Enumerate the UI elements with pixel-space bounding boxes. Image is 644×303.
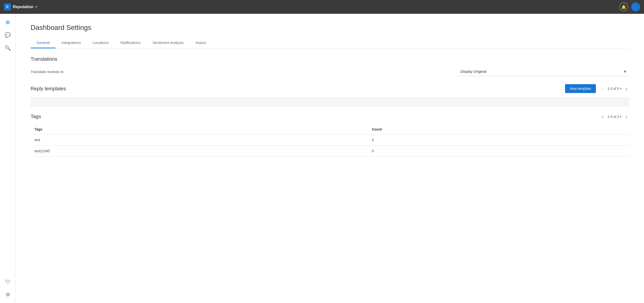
brand[interactable]: P Reputation ▾: [4, 4, 37, 10]
translations-row: Translate reviews to Display Original En…: [30, 67, 629, 76]
tags-pagination-dropdown-icon[interactable]: ▾: [620, 115, 622, 118]
bell-icon: 🔔: [621, 5, 626, 10]
translations-section-title: Translations: [30, 56, 629, 62]
tabs: General Integrations Locations Notificat…: [30, 38, 629, 48]
topbar-right: 🔔 👤: [619, 2, 640, 11]
brand-name: Reputation: [13, 5, 34, 9]
templates-prev-button[interactable]: ‹: [600, 85, 606, 92]
tags-pagination-text: 1-3 of 3 ▾: [608, 115, 622, 119]
sidebar-item-settings[interactable]: ⚙: [2, 289, 13, 300]
tags-row-1-tag: test: [30, 134, 368, 146]
dashboard-icon: ⊞: [6, 19, 10, 25]
avatar-icon: 👤: [633, 4, 638, 10]
reply-templates-header: Reply templates New template ‹ 1-0 of 0 …: [30, 84, 629, 93]
brand-logo: P: [4, 4, 11, 10]
tags-prev-button[interactable]: ‹: [600, 113, 606, 120]
tab-notifications[interactable]: Notifications: [114, 38, 146, 48]
page-title: Dashboard Settings: [30, 24, 629, 32]
new-template-button[interactable]: New template: [565, 84, 596, 93]
translations-label: Translate reviews to: [30, 70, 64, 74]
chat-icon: 💬: [5, 32, 11, 38]
sidebar-item-shield[interactable]: 🛡: [2, 276, 13, 287]
tags-next-button[interactable]: ›: [624, 113, 629, 120]
tags-col-header-tags: Tags: [30, 124, 368, 134]
sidebar: ⊞ 💬 🔍 🛡 ⚙: [0, 14, 16, 303]
reply-templates-section-title: Reply templates: [30, 86, 66, 92]
tags-section: Tags ‹ 1-3 of 3 ▾ › Tags Count: [30, 113, 629, 157]
brand-chevron-icon[interactable]: ▾: [36, 5, 37, 9]
notifications-button[interactable]: 🔔: [619, 2, 628, 11]
user-avatar[interactable]: 👤: [631, 2, 640, 11]
tags-table-header-row: Tags Count: [30, 124, 629, 134]
select-container: Display Original English Spanish French …: [456, 67, 629, 76]
templates-controls: New template ‹ 1-0 of 0 ▾ ›: [565, 84, 629, 93]
templates-next-button[interactable]: ›: [624, 85, 629, 92]
tags-row-2-count: 0: [368, 146, 629, 157]
main-layout: ⊞ 💬 🔍 🛡 ⚙ Dashboard Settings General Int…: [0, 14, 644, 303]
settings-icon: ⚙: [6, 292, 10, 298]
tags-row-1-count: 0: [368, 134, 629, 146]
tags-section-title: Tags: [30, 114, 41, 120]
tab-sentiment-analysis[interactable]: Sentiment Analysis: [146, 38, 190, 48]
tab-integrations[interactable]: Integrations: [56, 38, 86, 48]
sidebar-item-search[interactable]: 🔍: [2, 42, 13, 53]
tags-col-header-count: Count: [368, 124, 629, 134]
tab-general[interactable]: General: [30, 38, 56, 48]
tab-locations[interactable]: Locations: [87, 38, 114, 48]
templates-table-empty: [30, 97, 629, 107]
templates-pagination: ‹ 1-0 of 0 ▾ ›: [600, 85, 629, 92]
search-icon: 🔍: [5, 45, 11, 51]
translations-select-wrapper: Display Original English Spanish French …: [456, 67, 629, 76]
translate-reviews-select[interactable]: Display Original English Spanish French …: [456, 67, 629, 76]
tags-table-row: test 0: [30, 134, 629, 146]
tags-row-2-tag: test12345: [30, 146, 368, 157]
tab-import[interactable]: Import: [190, 38, 212, 48]
shield-icon: 🛡: [6, 279, 10, 285]
sidebar-item-dashboard[interactable]: ⊞: [2, 17, 13, 28]
tags-table-row: test12345 0: [30, 146, 629, 157]
templates-pagination-text: 1-0 of 0 ▾: [608, 86, 622, 90]
tags-pagination: ‹ 1-3 of 3 ▾ ›: [600, 113, 629, 120]
topbar: P Reputation ▾ 🔔 👤: [0, 0, 644, 14]
templates-pagination-dropdown-icon[interactable]: ▾: [620, 87, 622, 90]
tags-header: Tags ‹ 1-3 of 3 ▾ ›: [30, 113, 629, 120]
sidebar-item-chat[interactable]: 💬: [2, 30, 13, 40]
content-area: Dashboard Settings General Integrations …: [16, 14, 644, 303]
topbar-left: P Reputation ▾: [4, 4, 37, 10]
tags-table: Tags Count test 0 test12345 0: [30, 124, 629, 157]
